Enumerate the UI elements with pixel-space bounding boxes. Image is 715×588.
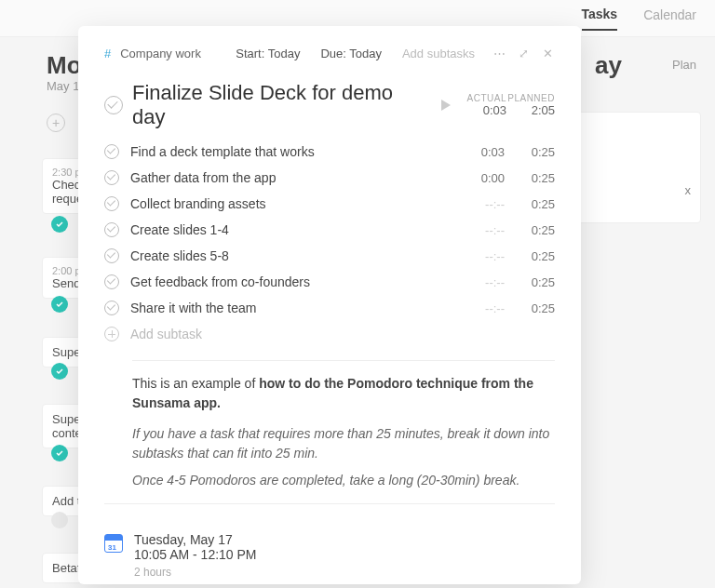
subtask-row[interactable]: Collect branding assets--:--0:25 xyxy=(104,191,555,217)
note-line2: If you have a task that requires more th… xyxy=(132,424,555,463)
subtask-row[interactable]: Share it with the team--:--0:25 xyxy=(104,295,555,321)
subtask-actual: 0:03 xyxy=(465,145,505,159)
hash-icon: # xyxy=(104,47,111,60)
note-line3: Once 4-5 Pomodoros are completed, take a… xyxy=(132,471,555,490)
subtask-checkbox[interactable] xyxy=(104,144,119,159)
subtask-actual: --:-- xyxy=(465,249,505,263)
divider xyxy=(132,360,555,361)
subtask-name: Find a deck template that works xyxy=(130,144,454,159)
subtask-name: Share it with the team xyxy=(130,301,454,315)
subtask-actual: --:-- xyxy=(465,301,505,315)
close-icon[interactable]: ✕ xyxy=(540,47,555,60)
subtask-planned: 0:25 xyxy=(516,197,555,211)
subtask-row[interactable]: Get feedback from co-founders--:--0:25 xyxy=(104,269,555,295)
add-task-button[interactable]: + xyxy=(47,114,65,132)
task-note[interactable]: This is an example of how to do the Pomo… xyxy=(132,374,555,490)
bg-day-label: Mo xyxy=(47,51,82,80)
subtask-name: Create slides 5-8 xyxy=(130,248,454,263)
subtask-checkbox[interactable] xyxy=(104,196,119,211)
check-icon xyxy=(51,445,68,461)
schedule-time: 10:05 AM - 12:10 PM xyxy=(134,547,257,562)
check-icon-gray xyxy=(51,512,68,528)
subtask-actual: 0:00 xyxy=(465,171,505,185)
planned-header: PLANNED xyxy=(507,93,555,103)
workspace-breadcrumb[interactable]: Company work xyxy=(120,47,201,60)
task-complete-checkbox[interactable] xyxy=(104,96,123,114)
tab-tasks[interactable]: Tasks xyxy=(582,7,618,31)
divider xyxy=(104,503,555,504)
subtask-planned: 0:25 xyxy=(516,223,555,237)
subtask-row[interactable]: Find a deck template that works0:030:25 xyxy=(104,139,555,165)
schedule-duration: 2 hours xyxy=(134,566,257,579)
subtask-actual: --:-- xyxy=(465,197,505,211)
subtask-name: Gather data from the app xyxy=(130,170,454,185)
subtask-checkbox[interactable] xyxy=(104,170,119,185)
bg-date-label: May 1 xyxy=(47,79,79,93)
subtask-planned: 0:25 xyxy=(516,301,555,315)
add-icon[interactable] xyxy=(104,327,119,341)
subtask-name: Create slides 1-4 xyxy=(130,222,454,237)
subtask-name: Collect branding assets xyxy=(130,196,454,211)
bg-card-right: x xyxy=(575,112,701,223)
more-icon[interactable]: ⋯ xyxy=(492,47,506,60)
actual-total: 0:03 xyxy=(483,103,506,117)
task-title-input[interactable]: Finalize Slide Deck for demo day xyxy=(132,81,425,129)
check-icon xyxy=(51,216,68,233)
subtask-planned: 0:25 xyxy=(516,171,555,185)
task-detail-modal: # Company work Start: Today Due: Today A… xyxy=(78,26,581,584)
check-icon xyxy=(51,296,68,313)
subtask-actual: --:-- xyxy=(465,223,505,237)
play-icon[interactable] xyxy=(441,100,451,111)
subtask-planned: 0:25 xyxy=(516,275,555,289)
subtask-checkbox[interactable] xyxy=(104,222,119,237)
subtask-list: Find a deck template that works0:030:25G… xyxy=(104,139,555,321)
add-subtask-input[interactable]: Add subtask xyxy=(130,327,555,341)
expand-icon[interactable]: ⤢ xyxy=(516,47,531,60)
schedule-block[interactable]: Tuesday, May 17 10:05 AM - 12:10 PM 2 ho… xyxy=(104,532,555,579)
subtask-checkbox[interactable] xyxy=(104,248,119,263)
subtask-checkbox[interactable] xyxy=(104,274,119,289)
start-date[interactable]: Start: Today xyxy=(236,47,300,60)
due-date[interactable]: Due: Today xyxy=(320,47,382,60)
note-prefix: This is an example of xyxy=(132,376,259,391)
add-subtasks-link[interactable]: Add subtasks xyxy=(402,47,475,60)
subtask-name: Get feedback from co-founders xyxy=(130,274,454,289)
check-icon xyxy=(51,363,68,380)
calendar-icon xyxy=(104,534,123,553)
subtask-planned: 0:25 xyxy=(516,249,555,263)
tab-calendar[interactable]: Calendar xyxy=(643,7,696,30)
bg-day-right: ay xyxy=(595,51,622,80)
subtask-row[interactable]: Create slides 1-4--:--0:25 xyxy=(104,217,555,243)
subtask-actual: --:-- xyxy=(465,275,505,289)
subtask-row[interactable]: Gather data from the app0:000:25 xyxy=(104,165,555,191)
subtask-row[interactable]: Create slides 5-8--:--0:25 xyxy=(104,243,555,269)
subtask-checkbox[interactable] xyxy=(104,301,119,315)
actual-header: ACTUAL xyxy=(467,93,506,103)
planned-total: 2:05 xyxy=(532,103,555,117)
plan-link[interactable]: Plan xyxy=(672,58,696,72)
subtask-planned: 0:25 xyxy=(516,145,555,159)
schedule-date: Tuesday, May 17 xyxy=(134,532,257,547)
